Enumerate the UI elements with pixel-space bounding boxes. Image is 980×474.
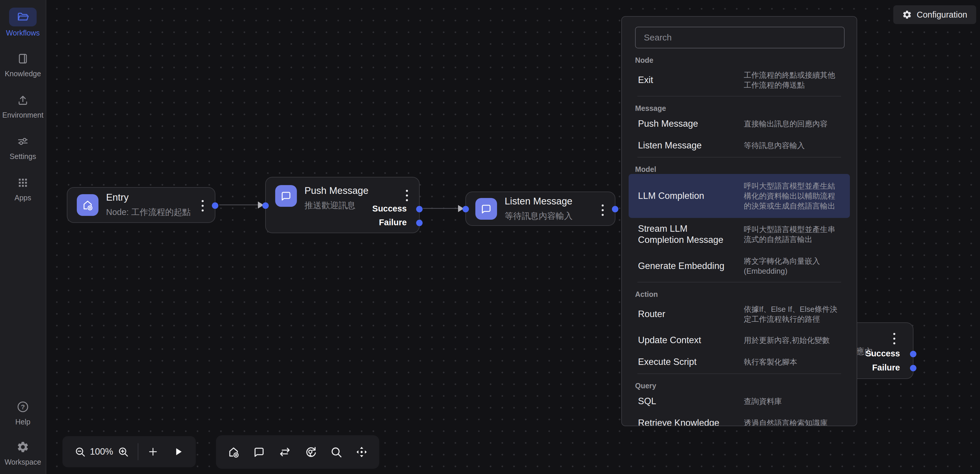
node-menu-button[interactable]: [600, 203, 605, 217]
zoom-out-icon: [74, 446, 86, 458]
play-icon: [172, 446, 184, 458]
output-port-failure[interactable]: [416, 220, 423, 226]
sidebar-item-label: Settings: [10, 152, 36, 161]
sidebar-item-label: Knowledge: [5, 70, 41, 78]
add-node-button[interactable]: [145, 444, 161, 459]
sidebar-item-apps[interactable]: Apps: [9, 174, 37, 202]
help-icon: ?: [9, 398, 37, 415]
folder-icon: [9, 8, 37, 26]
divider: [138, 443, 138, 460]
workflow-editor: Workflows Knowledge Environment Settings: [0, 0, 980, 474]
grid-apps-icon: [9, 174, 37, 191]
move-icon: [355, 445, 368, 458]
house-plus-icon: [227, 445, 240, 458]
node-subtitle: Node: 工作流程的起點: [106, 206, 191, 218]
palette-item-retrieve-knowledge[interactable]: Retrieve Knowledge 透過自然語言檢索知識庫: [635, 412, 843, 426]
move-canvas-button[interactable]: [353, 444, 370, 460]
section-label-model: Model: [635, 165, 843, 174]
chat-bubble-icon: [275, 185, 297, 207]
book-icon: [9, 50, 37, 67]
node-palette-panel: Node Exit 工作流程的終點或接續其他工作流程的傳送點 Message P…: [621, 16, 857, 426]
configuration-label: Configuration: [917, 10, 967, 20]
idea-refresh-button[interactable]: [302, 444, 318, 460]
sidebar-item-workspace[interactable]: Workspace: [5, 439, 41, 466]
palette-item-exit[interactable]: Exit 工作流程的終點或接續其他工作流程的傳送點: [635, 65, 843, 95]
sidebar-item-label: Workflows: [6, 29, 40, 37]
node-title: Listen Message: [505, 196, 573, 207]
run-workflow-button[interactable]: [170, 444, 186, 459]
swap-arrows-button[interactable]: [277, 444, 293, 460]
output-label-failure: Failure: [872, 363, 900, 372]
node-push-message[interactable]: Push Message 推送歡迎訊息 Success Failure: [265, 177, 420, 233]
palette-item-update-context[interactable]: Update Context 用於更新內容,初始化變數: [635, 329, 843, 351]
gear-icon: [902, 10, 912, 20]
divider: [637, 157, 841, 158]
divider: [637, 373, 841, 374]
add-message-node-button[interactable]: [251, 444, 267, 460]
palette-item-stream-llm-completion-message[interactable]: Stream LLM Completion Message 呼叫大型語言模型並產…: [635, 218, 843, 251]
zoom-level: 100%: [88, 447, 116, 457]
search-icon: [330, 445, 343, 458]
sidebar-item-settings[interactable]: Settings: [9, 133, 37, 161]
swap-arrows-icon: [278, 445, 291, 458]
svg-text:?: ?: [21, 403, 25, 411]
sliders-icon: [9, 133, 37, 150]
gear-icon: [9, 439, 37, 455]
zoom-out-button[interactable]: [72, 444, 88, 459]
node-title: Push Message: [304, 185, 368, 196]
node-subtitle: 推送歡迎訊息: [304, 200, 368, 211]
section-label-action: Action: [635, 290, 843, 299]
node-title: Entry: [106, 192, 191, 203]
node-shortcut-toolbar: [216, 435, 379, 469]
palette-item-push-message[interactable]: Push Message 直接輸出訊息的回應內容: [635, 113, 843, 135]
zoom-in-icon: [117, 446, 129, 458]
divider: [637, 96, 841, 96]
sidebar-item-label: Environment: [2, 111, 43, 120]
house-plus-icon: [77, 194, 99, 216]
palette-item-generate-embedding[interactable]: Generate Embedding 將文字轉化為向量嵌入 (Embedding…: [635, 251, 843, 281]
output-label-success: Success: [372, 204, 407, 214]
sidebar-item-workflows[interactable]: Workflows: [6, 8, 40, 37]
input-port[interactable]: [463, 206, 469, 212]
zoom-in-button[interactable]: [116, 444, 131, 459]
sidebar-item-label: Help: [15, 418, 30, 426]
add-entry-node-button[interactable]: [225, 444, 242, 460]
sidebar-item-label: Workspace: [5, 458, 41, 466]
sidebar-item-help[interactable]: ? Help: [9, 398, 37, 426]
palette-item-execute-script[interactable]: Execute Script 執行客製化腳本: [635, 351, 843, 373]
search-input[interactable]: [635, 27, 845, 48]
divider: [637, 282, 841, 282]
node-entry[interactable]: Entry Node: 工作流程的起點: [67, 187, 215, 223]
sidebar-item-environment[interactable]: Environment: [2, 91, 43, 120]
output-port[interactable]: [212, 203, 218, 209]
upload-icon: [9, 91, 37, 109]
output-label-failure: Failure: [379, 218, 407, 227]
node-menu-button[interactable]: [405, 188, 409, 203]
edge-success-to-listen: [423, 208, 463, 209]
zoom-toolbar: 100%: [62, 436, 196, 467]
output-port[interactable]: [612, 206, 618, 212]
node-menu-button[interactable]: [200, 199, 205, 213]
palette-item-sql[interactable]: SQL 查詢資料庫: [635, 390, 843, 412]
chat-bubble-icon: [475, 198, 497, 220]
chat-bubble-icon: [253, 445, 266, 458]
output-port-success[interactable]: [910, 351, 916, 357]
edge-entry-to-push: [219, 204, 262, 205]
configuration-button[interactable]: Configuration: [893, 5, 976, 24]
node-listen-message[interactable]: Listen Message 等待訊息內容輸入: [465, 192, 616, 226]
node-menu-button[interactable]: [892, 332, 896, 346]
section-label-message: Message: [635, 104, 843, 113]
input-port[interactable]: [262, 203, 269, 209]
palette-item-listen-message[interactable]: Listen Message 等待訊息內容輸入: [635, 135, 843, 156]
output-port-failure[interactable]: [910, 365, 916, 371]
palette-item-llm-completion[interactable]: LLM Completion 呼叫大型語言模型並產生結構化的資料輸出以輔助流程的…: [628, 174, 850, 218]
sidebar-item-knowledge[interactable]: Knowledge: [5, 50, 41, 78]
lightbulb-rotate-icon: [304, 445, 317, 458]
output-port-success[interactable]: [416, 206, 423, 212]
output-label-success: Success: [865, 349, 900, 358]
section-label-node: Node: [635, 56, 843, 65]
plus-icon: [147, 446, 159, 458]
node-subtitle: 等待訊息內容輸入: [505, 210, 573, 222]
palette-item-router[interactable]: Router 依據If、Else If、Else條件決定工作流程執行的路徑: [635, 299, 843, 329]
search-canvas-button[interactable]: [328, 444, 344, 460]
